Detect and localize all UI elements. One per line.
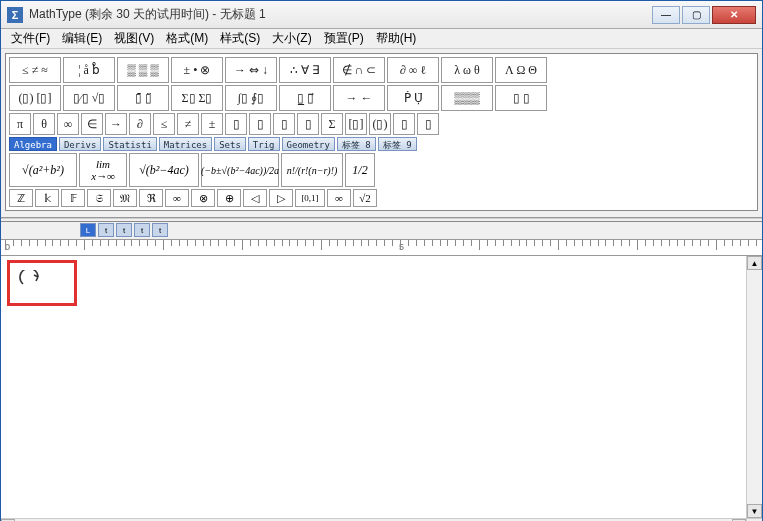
sym-greek-upper[interactable]: Λ Ω Θ (495, 57, 547, 83)
minimize-button[interactable]: — (652, 6, 680, 24)
bb-r[interactable]: ℜ (139, 189, 163, 207)
template-bar: √(a²+b²) lim x→∞ √(b²−4ac) (−b±√(b²−4ac)… (8, 152, 755, 188)
tab-matrices[interactable]: Matrices (159, 137, 212, 151)
sym-logical[interactable]: ∴ ∀ ∃ (279, 57, 331, 83)
fav-box1[interactable]: ▯ (225, 113, 247, 135)
sym-greek-lower[interactable]: λ ω θ (441, 57, 493, 83)
fav-leq[interactable]: ≤ (153, 113, 175, 135)
tab-trig[interactable]: Trig (248, 137, 280, 151)
tmpl-labeled-arrow[interactable]: → ← (333, 85, 385, 111)
bb-m[interactable]: 𝔐 (113, 189, 137, 207)
fav-pi[interactable]: π (9, 113, 31, 135)
tab-sets[interactable]: Sets (214, 137, 246, 151)
fav-box6[interactable]: ▯ (417, 113, 439, 135)
size-4[interactable]: t (152, 223, 168, 237)
fav-box4[interactable]: ▯ (297, 113, 319, 135)
editor-area: ▲ ▼ (1, 256, 762, 518)
bb-f[interactable]: 𝔽 (61, 189, 85, 207)
menu-edit[interactable]: 编辑(E) (56, 29, 108, 48)
fav-bracket[interactable]: [▯] (345, 113, 367, 135)
bb-k[interactable]: 𝕜 (35, 189, 59, 207)
maximize-button[interactable]: ▢ (682, 6, 710, 24)
app-window: Σ MathType (剩余 30 天的试用时间) - 无标题 1 — ▢ ✕ … (0, 0, 763, 521)
sym-arrows[interactable]: → ⇔ ↓ (225, 57, 277, 83)
tmpl-frac-radical[interactable]: ▯⁄▯ √▯ (63, 85, 115, 111)
bb-interval[interactable]: [0,1] (295, 189, 325, 207)
fav-paren[interactable]: (▯) (369, 113, 391, 135)
bb-oplus[interactable]: ⊕ (217, 189, 241, 207)
bb-infty2[interactable]: ∞ (327, 189, 351, 207)
fav-neq[interactable]: ≠ (177, 113, 199, 135)
tab-geometry[interactable]: Geometry (282, 137, 335, 151)
menu-format[interactable]: 格式(M) (160, 29, 214, 48)
tmpl-limit[interactable]: lim x→∞ (79, 153, 127, 187)
tmpl-fences[interactable]: (▯) [▯] (9, 85, 61, 111)
scroll-down-icon[interactable]: ▼ (747, 504, 762, 518)
fav-box3[interactable]: ▯ (273, 113, 295, 135)
close-button[interactable]: ✕ (712, 6, 756, 24)
sym-spaces[interactable]: ¦ å b̊ (63, 57, 115, 83)
fav-partial[interactable]: ∂ (129, 113, 151, 135)
menu-file[interactable]: 文件(F) (5, 29, 56, 48)
tmpl-discriminant[interactable]: √(b²−4ac) (129, 153, 199, 187)
sym-embellish[interactable]: ▒ ▒ ▒ (117, 57, 169, 83)
sym-set[interactable]: ∉ ∩ ⊂ (333, 57, 385, 83)
bb-z[interactable]: ℤ (9, 189, 33, 207)
vertical-scrollbar[interactable]: ▲ ▼ (746, 256, 762, 518)
fav-sigma[interactable]: Σ (321, 113, 343, 135)
tmpl-sqrt-sum-squares[interactable]: √(a²+b²) (9, 153, 77, 187)
tab-8[interactable]: 标签 8 (337, 137, 376, 151)
bb-s[interactable]: 𝔖 (87, 189, 111, 207)
tab-9[interactable]: 标签 9 (378, 137, 417, 151)
fav-infty[interactable]: ∞ (57, 113, 79, 135)
bb-triangle-right[interactable]: ▷ (269, 189, 293, 207)
scroll-up-icon[interactable]: ▲ (747, 256, 762, 270)
sym-misc[interactable]: ∂ ∞ ℓ (387, 57, 439, 83)
fav-theta[interactable]: θ (33, 113, 55, 135)
toolbox: ≤ ≠ ≈ ¦ å b̊ ▒ ▒ ▒ ± • ⊗ → ⇔ ↓ ∴ ∀ ∃ ∉ ∩… (1, 49, 762, 218)
tmpl-box[interactable]: ▯ ▯ (495, 85, 547, 111)
tab-statistics[interactable]: Statisti (103, 137, 156, 151)
symbol-panel: ≤ ≠ ≈ ¦ å b̊ ▒ ▒ ▒ ± • ⊗ → ⇔ ↓ ∴ ∀ ∃ ∉ ∩… (5, 53, 758, 211)
bb-triangle-left[interactable]: ◁ (243, 189, 267, 207)
menu-size[interactable]: 大小(Z) (266, 29, 317, 48)
tmpl-overbar[interactable]: ▯̲ ▯⃗ (279, 85, 331, 111)
menu-view[interactable]: 视图(V) (108, 29, 160, 48)
template-row-1: (▯) [▯] ▯⁄▯ √▯ ▯̄ ▯̈ Σ▯ Σ▯ ∫▯ ∮▯ ▯̲ ▯⃗ →… (8, 84, 755, 112)
ruler[interactable]: 0 5 (1, 240, 762, 256)
bb-infty[interactable]: ∞ (165, 189, 189, 207)
tmpl-matrix[interactable]: ▒▒▒ (441, 85, 493, 111)
tab-derivs[interactable]: Derivs (59, 137, 102, 151)
bb-otimes[interactable]: ⊗ (191, 189, 215, 207)
tab-algebra[interactable]: Algebra (9, 137, 57, 151)
menu-bar: 文件(F) 编辑(E) 视图(V) 格式(M) 样式(S) 大小(Z) 预置(P… (1, 29, 762, 49)
bb-sqrt2[interactable]: √2 (353, 189, 377, 207)
sym-operators[interactable]: ± • ⊗ (171, 57, 223, 83)
size-3[interactable]: t (134, 223, 150, 237)
size-large[interactable]: L (80, 223, 96, 237)
size-2[interactable]: t (116, 223, 132, 237)
tab-bar: Algebra Derivs Statisti Matrices Sets Tr… (8, 136, 755, 152)
equation-editor[interactable] (1, 256, 746, 518)
tmpl-summation[interactable]: Σ▯ Σ▯ (171, 85, 223, 111)
tmpl-sub-sup[interactable]: ▯̄ ▯̈ (117, 85, 169, 111)
size-1[interactable]: t (98, 223, 114, 237)
tmpl-quadratic[interactable]: (−b±√(b²−4ac))/2a (201, 153, 279, 187)
fav-box2[interactable]: ▯ (249, 113, 271, 135)
tmpl-products[interactable]: Ṗ Ụ̈ (387, 85, 439, 111)
menu-preferences[interactable]: 预置(P) (318, 29, 370, 48)
fav-in[interactable]: ∈ (81, 113, 103, 135)
vscroll-track[interactable] (747, 270, 762, 504)
tmpl-integral[interactable]: ∫▯ ∮▯ (225, 85, 277, 111)
menu-help[interactable]: 帮助(H) (370, 29, 423, 48)
arc-icon (19, 270, 45, 296)
tmpl-binomial[interactable]: n!/(r!(n−r)!) (281, 153, 343, 187)
menu-style[interactable]: 样式(S) (214, 29, 266, 48)
tmpl-half[interactable]: 1/2 (345, 153, 375, 187)
window-title: MathType (剩余 30 天的试用时间) - 无标题 1 (29, 6, 652, 23)
fav-pm[interactable]: ± (201, 113, 223, 135)
fav-box5[interactable]: ▯ (393, 113, 415, 135)
title-bar: Σ MathType (剩余 30 天的试用时间) - 无标题 1 — ▢ ✕ (1, 1, 762, 29)
sym-relations[interactable]: ≤ ≠ ≈ (9, 57, 61, 83)
fav-to[interactable]: → (105, 113, 127, 135)
